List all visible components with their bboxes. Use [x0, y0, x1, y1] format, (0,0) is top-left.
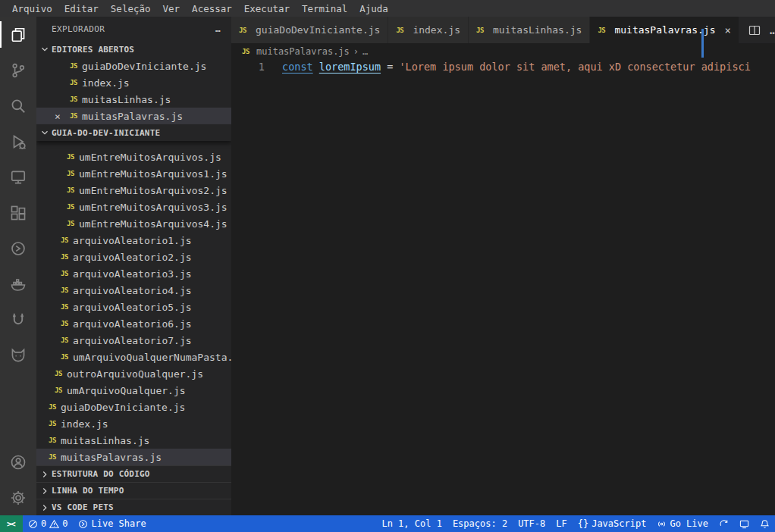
source-control-icon[interactable] — [0, 52, 36, 88]
close-tab-icon[interactable]: × — [724, 24, 730, 36]
vscode-pets-section-header[interactable]: VS CODE PETS — [36, 499, 231, 515]
file-name: umEntreMuitosArquivos1.js — [79, 168, 227, 180]
live-share-icon[interactable] — [0, 230, 36, 266]
file-row[interactable]: JSumArquivoQualquer.js — [36, 382, 231, 399]
tab-guiaDoDevIniciante[interactable]: JS guiaDoDevIniciante.js — [231, 17, 388, 43]
search-icon[interactable] — [0, 88, 36, 124]
menu-acessar[interactable]: Acessar — [186, 3, 238, 14]
error-count: 0 — [41, 518, 46, 529]
problems-status[interactable]: 0 0 — [23, 515, 73, 532]
js-file-icon: JS — [476, 27, 488, 34]
file-row[interactable]: JSarquivoAleatorio3.js — [36, 265, 231, 282]
go-live-button[interactable]: Go Live — [651, 515, 714, 532]
vscode-window: Arquivo Editar Seleção Ver Acessar Execu… — [0, 0, 775, 532]
js-file-icon: JS — [70, 79, 82, 86]
remote-explorer-icon[interactable] — [0, 159, 36, 195]
file-name: muitasLinhas.js — [61, 435, 149, 446]
breadcrumb-symbol[interactable]: … — [362, 46, 368, 57]
open-editors-header[interactable]: EDITORES ABERTOS — [36, 41, 231, 58]
open-editor-row[interactable]: JS muitasLinhas.js — [36, 91, 231, 108]
split-editor-icon[interactable] — [748, 24, 761, 36]
encoding-status[interactable]: UTF-8 — [513, 515, 551, 532]
js-file-icon: JS — [61, 320, 73, 327]
explorer-icon[interactable] — [0, 17, 36, 52]
workspace-folder-header[interactable]: GUIA-DO-DEV-INICIANTE — [36, 124, 231, 141]
notifications-bell[interactable] — [755, 515, 775, 532]
file-row[interactable]: JSarquivoAleatorio2.js — [36, 249, 231, 265]
file-row[interactable]: JSumEntreMuitosArquivos2.js — [36, 182, 231, 199]
language-status[interactable]: {} JavaScript — [573, 515, 652, 532]
broadcast-icon — [657, 519, 667, 529]
live-share-status[interactable]: Live Share — [73, 515, 151, 532]
file-row[interactable]: JSmuitasLinhas.js — [36, 432, 231, 449]
timeline-section-header[interactable]: LINHA DO TEMPO — [36, 482, 231, 499]
account-icon[interactable] — [0, 444, 36, 480]
cursor-position[interactable]: Ln 1, Col 1 — [376, 515, 447, 532]
language-label: JavaScript — [591, 518, 646, 529]
menu-ajuda[interactable]: Ajuda — [353, 3, 394, 14]
indentation-status[interactable]: Espaços: 2 — [447, 515, 513, 532]
file-row[interactable]: JSumEntreMuitosArquivos1.js — [36, 165, 231, 182]
file-row[interactable]: JSumArquivoQualquerNumaPasta.js — [36, 349, 231, 365]
section-label: VS CODE PETS — [52, 502, 114, 512]
file-row[interactable]: JSarquivoAleatorio7.js — [36, 332, 231, 349]
bell-icon — [760, 519, 770, 529]
file-row[interactable]: JSarquivoAleatorio5.js — [36, 299, 231, 315]
file-row[interactable]: JSumEntreMuitosArquivos.js — [36, 149, 231, 165]
tab-muitasLinhas[interactable]: JS muitasLinhas.js — [469, 17, 590, 43]
eol-label: LF — [556, 518, 566, 529]
menu-editar[interactable]: Editar — [58, 3, 105, 14]
section-label: ESTRUTURA DO CÓDIGO — [52, 469, 150, 479]
js-file-icon: JS — [61, 303, 73, 311]
extensions-icon[interactable] — [0, 195, 36, 230]
eol-status[interactable]: LF — [551, 515, 572, 532]
code-keyword: const — [282, 61, 313, 73]
tab-muitasPalavras[interactable]: JS muitasPalavras.js × — [590, 17, 739, 43]
open-editor-row[interactable]: JS index.js — [36, 74, 231, 91]
file-row[interactable]: JSumEntreMuitosArquivos3.js — [36, 199, 231, 215]
file-name: umEntreMuitosArquivos4.js — [79, 218, 227, 230]
file-row[interactable]: JSarquivoAleatorio1.js — [36, 232, 231, 249]
code-editor[interactable]: 1 const loremIpsum = 'Lorem ipsum dolor … — [231, 60, 775, 515]
braces-icon: {} — [578, 518, 588, 529]
screencast-icon[interactable] — [734, 515, 755, 532]
file-name: umArquivoQualquer.js — [67, 385, 186, 396]
file-row[interactable]: JSindex.js — [36, 415, 231, 432]
status-bar-right: Ln 1, Col 1 Espaços: 2 UTF-8 LF {} JavaS… — [376, 515, 775, 532]
run-debug-icon[interactable] — [0, 124, 36, 159]
warning-icon — [49, 519, 59, 529]
js-file-icon: JS — [67, 186, 79, 194]
file-row-selected[interactable]: JSmuitasPalavras.js — [36, 449, 231, 465]
more-actions-icon[interactable]: … — [215, 24, 221, 34]
menu-arquivo[interactable]: Arquivo — [6, 3, 58, 14]
more-tab-actions-icon[interactable]: … — [770, 23, 775, 37]
js-file-icon: JS — [67, 203, 79, 211]
file-row[interactable]: JSoutroArquivoQualquer.js — [36, 365, 231, 382]
js-file-icon: JS — [61, 236, 73, 244]
magnet-icon[interactable] — [0, 302, 36, 337]
fox-icon[interactable] — [0, 337, 36, 373]
file-row[interactable]: JSumEntreMuitosArquivos4.js — [36, 215, 231, 232]
menu-bar: Arquivo Editar Seleção Ver Acessar Execu… — [0, 0, 775, 17]
close-editor-icon[interactable]: × — [55, 111, 70, 122]
file-row[interactable]: JSarquivoAleatorio6.js — [36, 315, 231, 332]
js-file-icon: JS — [61, 353, 73, 361]
menu-ver[interactable]: Ver — [157, 3, 187, 14]
remote-indicator[interactable]: >< — [0, 515, 23, 532]
menu-terminal[interactable]: Terminal — [296, 3, 353, 14]
breadcrumb-file[interactable]: muitasPalavras.js — [256, 46, 350, 57]
file-name: index.js — [61, 418, 108, 430]
file-row[interactable]: JSguiaDoDevIniciante.js — [36, 399, 231, 415]
sync-icon[interactable] — [714, 515, 734, 532]
open-editor-row-active[interactable]: × JS muitasPalavras.js — [36, 108, 231, 124]
docker-icon[interactable] — [0, 266, 36, 302]
open-editor-row[interactable]: JS guiaDoDevIniciante.js — [36, 58, 231, 74]
status-bar-left: >< 0 0 Live Share — [0, 515, 152, 532]
file-name: umEntreMuitosArquivos3.js — [79, 202, 227, 213]
settings-gear-icon[interactable] — [0, 480, 36, 515]
menu-selecao[interactable]: Seleção — [105, 3, 157, 14]
tab-index[interactable]: JS index.js — [388, 17, 469, 43]
outline-section-header[interactable]: ESTRUTURA DO CÓDIGO — [36, 465, 231, 482]
menu-executar[interactable]: Executar — [238, 3, 296, 14]
file-row[interactable]: JSarquivoAleatorio4.js — [36, 282, 231, 299]
